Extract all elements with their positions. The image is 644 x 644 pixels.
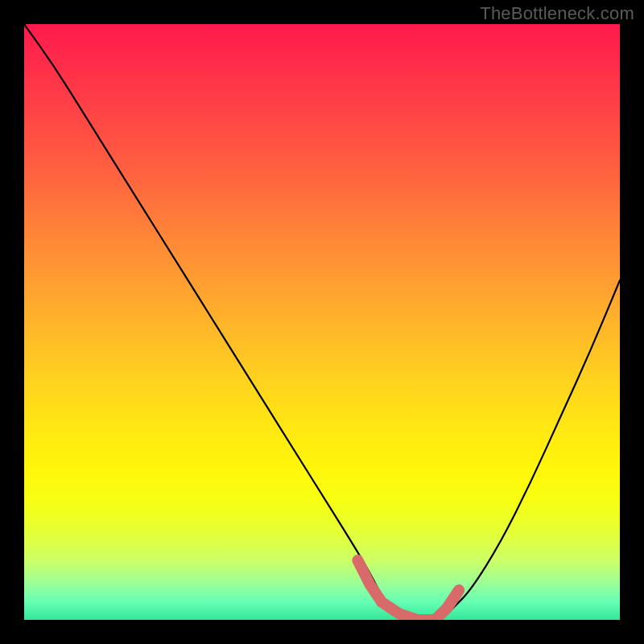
chart-plot-area [24,24,620,620]
chart-svg [24,24,620,620]
watermark-text: TheBottleneck.com [480,3,634,24]
bottleneck-curve [24,24,620,620]
optimal-range-marker [357,560,459,620]
